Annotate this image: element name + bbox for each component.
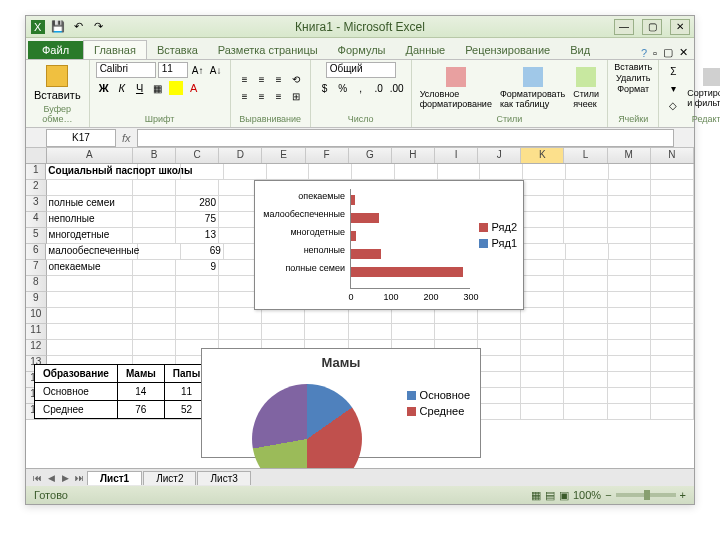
align-mid-icon[interactable]: ≡ (254, 72, 270, 88)
cell[interactable] (224, 164, 267, 180)
cell[interactable] (564, 356, 607, 372)
tab-file[interactable]: Файл (28, 41, 83, 59)
tab-home[interactable]: Главная (83, 40, 147, 59)
cell[interactable] (309, 164, 352, 180)
cell[interactable] (392, 324, 435, 340)
cell[interactable] (521, 260, 564, 276)
col-header[interactable]: I (435, 148, 478, 163)
cell[interactable] (608, 324, 651, 340)
sort-filter-button[interactable]: Сортировка и фильтр (685, 66, 720, 110)
col-header[interactable]: F (306, 148, 349, 163)
cell[interactable] (480, 164, 523, 180)
cell[interactable] (133, 228, 176, 244)
col-header[interactable]: N (651, 148, 694, 163)
row-header[interactable]: 10 (26, 308, 47, 324)
bar-chart[interactable]: 0 100 200 300 опекаемые малообеспеченные… (254, 180, 524, 310)
number-format-select[interactable]: Общий (326, 62, 396, 78)
cell[interactable] (608, 228, 651, 244)
cell[interactable] (267, 164, 310, 180)
cell[interactable] (521, 292, 564, 308)
cell[interactable] (133, 308, 176, 324)
cell[interactable] (564, 212, 607, 228)
autosum-icon[interactable]: Σ (665, 63, 681, 79)
cell[interactable] (608, 196, 651, 212)
cell[interactable] (349, 324, 392, 340)
cell[interactable] (521, 388, 564, 404)
row-header[interactable]: 9 (26, 292, 47, 308)
cell[interactable] (521, 356, 564, 372)
align-right-icon[interactable]: ≡ (271, 89, 287, 105)
cell[interactable] (651, 260, 694, 276)
tab-review[interactable]: Рецензирование (455, 41, 560, 59)
sheet-tab[interactable]: Лист2 (143, 471, 196, 485)
view-normal-icon[interactable]: ▦ (531, 489, 541, 502)
restore-icon[interactable]: ▢ (663, 46, 673, 59)
cell[interactable] (305, 324, 348, 340)
save-icon[interactable]: 💾 (50, 19, 66, 35)
view-break-icon[interactable]: ▣ (559, 489, 569, 502)
border-icon[interactable]: ▦ (150, 80, 166, 96)
inc-dec-icon[interactable]: .0 (371, 80, 387, 96)
cell[interactable] (564, 308, 607, 324)
row-header[interactable]: 3 (26, 196, 47, 212)
col-header[interactable]: G (349, 148, 392, 163)
cell-styles-button[interactable]: Стили ячеек (571, 65, 601, 111)
cell[interactable] (651, 212, 694, 228)
cell[interactable] (566, 164, 609, 180)
sheet-tab[interactable]: Лист1 (87, 471, 142, 485)
cell[interactable] (564, 292, 607, 308)
align-top-icon[interactable]: ≡ (237, 72, 253, 88)
cell[interactable] (138, 164, 181, 180)
cell[interactable] (352, 164, 395, 180)
cell[interactable] (564, 340, 607, 356)
col-header[interactable]: D (219, 148, 262, 163)
cell[interactable] (651, 244, 694, 260)
cell[interactable] (133, 212, 176, 228)
cell[interactable] (608, 340, 651, 356)
cell[interactable] (395, 164, 438, 180)
cell[interactable] (521, 228, 564, 244)
cell[interactable] (176, 324, 219, 340)
close2-icon[interactable]: ✕ (679, 46, 688, 59)
dec-dec-icon[interactable]: .00 (389, 80, 405, 96)
cell[interactable] (435, 308, 478, 324)
tab-nav-prev-icon[interactable]: ◀ (44, 471, 58, 485)
bold-button[interactable]: Ж (96, 80, 112, 96)
cell[interactable] (435, 324, 478, 340)
cell[interactable] (651, 308, 694, 324)
cell[interactable] (438, 164, 481, 180)
cell[interactable] (176, 276, 219, 292)
view-layout-icon[interactable]: ▤ (545, 489, 555, 502)
cell[interactable] (608, 372, 651, 388)
col-header[interactable]: L (564, 148, 607, 163)
tab-layout[interactable]: Разметка страницы (208, 41, 328, 59)
grow-font-icon[interactable]: A↑ (190, 62, 206, 78)
cell[interactable] (521, 276, 564, 292)
cell[interactable]: многодетные (47, 228, 133, 244)
redo-icon[interactable]: ↷ (90, 19, 106, 35)
orient-icon[interactable]: ⟲ (288, 72, 304, 88)
cell[interactable] (651, 372, 694, 388)
col-header[interactable]: M (608, 148, 651, 163)
cell[interactable] (521, 180, 564, 196)
row-header[interactable]: 11 (26, 324, 47, 340)
cell[interactable] (521, 324, 564, 340)
row-header[interactable]: 1 (26, 164, 46, 180)
cell[interactable] (521, 308, 564, 324)
col-header[interactable]: H (392, 148, 435, 163)
tab-view[interactable]: Вид (560, 41, 600, 59)
sheet-tab[interactable]: Лист3 (197, 471, 250, 485)
col-header[interactable]: C (176, 148, 219, 163)
cell[interactable] (138, 244, 181, 260)
cell[interactable] (608, 276, 651, 292)
cell[interactable] (133, 340, 176, 356)
worksheet[interactable]: A B C D E F G H I J K L M N 1Социальный … (26, 148, 694, 468)
pie-chart[interactable]: Мамы Основное Среднее (201, 348, 481, 458)
fill-icon[interactable]: ▾ (665, 80, 681, 96)
cell[interactable]: малообеспеченные (46, 244, 138, 260)
cell[interactable] (262, 324, 305, 340)
percent-icon[interactable]: % (335, 80, 351, 96)
cell[interactable] (608, 292, 651, 308)
name-box[interactable]: K17 (46, 129, 116, 147)
cell[interactable] (651, 324, 694, 340)
